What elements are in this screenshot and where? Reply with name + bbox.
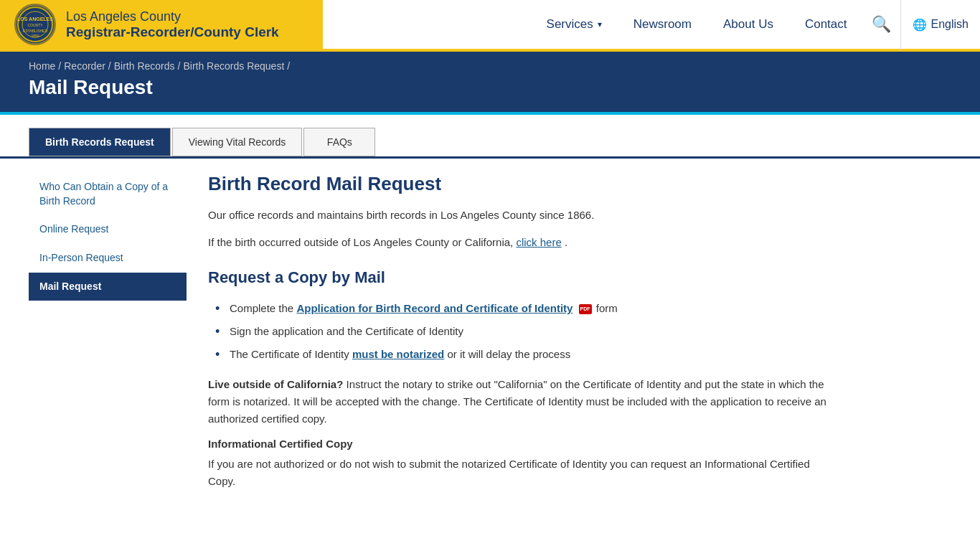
intro-paragraph-1: Our office records and maintains birth r…: [208, 207, 839, 224]
nav-item-services[interactable]: Services ▾: [531, 0, 618, 50]
page-title: Mail Request: [29, 76, 951, 99]
step-3: • The Certificate of Identity must be no…: [215, 343, 839, 366]
breadcrumb-recorder[interactable]: Recorder: [64, 60, 105, 72]
site-header: LOS ANGELES COUNTY ESTABLISHED 1850 Los …: [0, 0, 980, 52]
application-form-link[interactable]: Application for Birth Record and Certifi…: [296, 302, 573, 314]
svg-text:1850: 1850: [31, 34, 39, 38]
main-layout: Who Can Obtain a Copy of a Birth Record …: [0, 170, 980, 522]
org-line1: Los Angeles County: [66, 9, 279, 24]
search-icon: 🔍: [872, 15, 891, 34]
language-selector[interactable]: 🌐 English: [900, 0, 980, 50]
breadcrumb-home[interactable]: Home: [29, 60, 55, 72]
main-content: Birth Record Mail Request Our office rec…: [187, 170, 861, 522]
sidebar: Who Can Obtain a Copy of a Birth Record …: [29, 170, 187, 522]
page-header-bar: Home / Recorder / Birth Records / Birth …: [0, 52, 980, 112]
nav-item-about[interactable]: About Us: [707, 0, 789, 50]
breadcrumb: Home / Recorder / Birth Records / Birth …: [29, 60, 951, 72]
chevron-down-icon: ▾: [598, 19, 602, 29]
main-nav: Services ▾ Newsroom About Us Contact 🔍 🌐…: [323, 0, 980, 49]
breadcrumb-sep3: /: [178, 60, 181, 72]
breadcrumb-sep1: /: [58, 60, 61, 72]
bullet1-prefix: Complete the: [230, 302, 296, 314]
svg-text:LOS ANGELES: LOS ANGELES: [17, 17, 53, 22]
search-button[interactable]: 🔍: [863, 0, 900, 50]
svg-text:COUNTY: COUNTY: [27, 23, 43, 27]
out-of-state-label: Live outside of California?: [208, 378, 343, 390]
click-here-link[interactable]: click here: [516, 236, 561, 248]
nav-item-contact[interactable]: Contact: [789, 0, 863, 50]
intro2-suffix: .: [565, 236, 567, 248]
sidebar-item-online-request[interactable]: Online Request: [29, 215, 187, 244]
intro2-prefix: If the birth occurred outside of Los Ang…: [208, 236, 516, 248]
mail-request-steps: • Complete the Application for Birth Rec…: [215, 297, 839, 366]
content-main-title: Birth Record Mail Request: [208, 173, 839, 195]
breadcrumb-sep2: /: [108, 60, 111, 72]
bullet3-suffix: or it will delay the process: [447, 348, 570, 360]
seal-icon: LOS ANGELES COUNTY ESTABLISHED 1850: [14, 4, 56, 45]
globe-icon: 🌐: [913, 18, 927, 32]
out-of-state-paragraph: Live outside of California? Instruct the…: [208, 376, 839, 428]
nav-item-newsroom[interactable]: Newsroom: [618, 0, 707, 50]
sidebar-item-who-can-obtain[interactable]: Who Can Obtain a Copy of a Birth Record: [29, 173, 187, 215]
breadcrumb-sep4: /: [287, 60, 290, 72]
info-copy-text: If you are not authorized or do not wish…: [208, 456, 839, 490]
info-copy-title: Informational Certified Copy: [208, 438, 839, 450]
language-label: English: [931, 18, 969, 31]
org-name: Los Angeles County Registrar-Recorder/Co…: [66, 9, 279, 40]
step-2: • Sign the application and the Certifica…: [215, 320, 839, 343]
breadcrumb-birth-records[interactable]: Birth Records: [114, 60, 175, 72]
tabs-bar: Birth Records Request Viewing Vital Reco…: [0, 115, 980, 159]
section1-title: Request a Copy by Mail: [208, 268, 839, 287]
tab-viewing-vital-records[interactable]: Viewing Vital Records: [172, 128, 303, 156]
svg-text:ESTABLISHED: ESTABLISHED: [23, 29, 47, 33]
breadcrumb-birth-records-request[interactable]: Birth Records Request: [183, 60, 284, 72]
sidebar-item-in-person-request[interactable]: In-Person Request: [29, 244, 187, 273]
tab-birth-records-request[interactable]: Birth Records Request: [29, 128, 171, 156]
step-1: • Complete the Application for Birth Rec…: [215, 297, 839, 320]
bullet1-suffix: form: [596, 302, 618, 314]
tab-faqs[interactable]: FAQs: [303, 128, 375, 156]
intro-paragraph-2: If the birth occurred outside of Los Ang…: [208, 234, 839, 251]
org-line2: Registrar-Recorder/County Clerk: [66, 24, 279, 40]
sidebar-item-mail-request[interactable]: Mail Request: [29, 273, 187, 301]
bullet3-prefix: The Certificate of Identity: [230, 348, 352, 360]
pdf-icon: PDF: [579, 304, 592, 314]
logo-area[interactable]: LOS ANGELES COUNTY ESTABLISHED 1850 Los …: [0, 0, 323, 49]
must-be-notarized-link[interactable]: must be notarized: [352, 348, 444, 360]
